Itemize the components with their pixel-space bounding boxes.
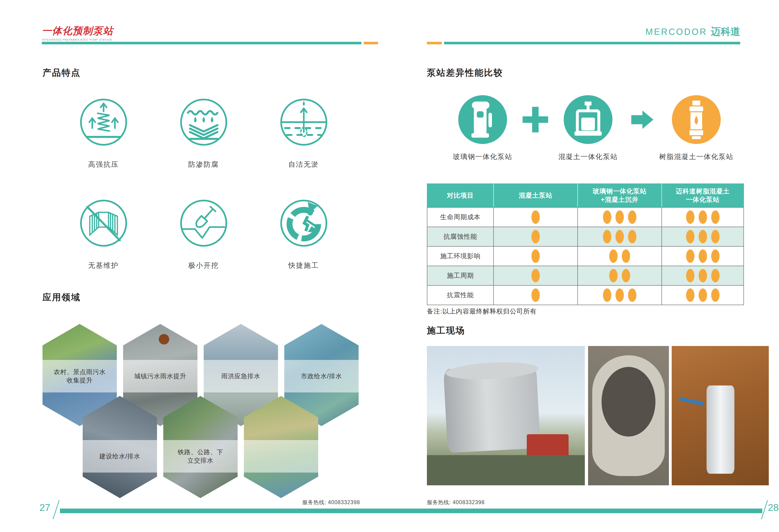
comparison-heading: 泵站差异性能比较 [427,67,503,79]
footer-bar [60,509,762,513]
rating-dot [531,249,540,263]
brand-name-cn: 迈科道 [711,25,740,38]
rating-dot [531,211,540,224]
rating-dot [699,249,707,263]
rating-cell [662,227,744,246]
feature-item: 快捷施工 [279,198,328,270]
rating-cell [578,246,662,266]
rating-dot [531,230,540,243]
rating-dot [603,288,611,302]
application-label: 市政给水/排水 [284,360,359,393]
formula-label: 混凝土一体化泵站 [539,152,637,162]
header-rule-left-accent [364,42,378,44]
rating-dot [628,230,637,243]
rating-cell [662,266,744,285]
rating-dot [686,269,695,282]
row-label: 施工环境影响 [427,246,493,266]
table-row: 施工周期 [427,266,744,285]
rating-cell [662,208,744,227]
feature-label: 自洁无淤 [289,160,319,168]
minimal-excavation-icon [179,198,228,248]
application-label: 铁路、公路、下 立交排水 [163,440,238,473]
formula-label: 树脂混凝土一体化泵站 [648,152,745,162]
plus-icon [523,107,548,133]
rating-dot [699,288,707,302]
rating-dot [699,269,707,282]
rating-dot [686,230,695,243]
rating-cell [578,208,662,227]
feature-item: 极小开挖 [179,198,228,270]
feature-item: 自洁无淤 [279,98,328,168]
application-label [244,440,318,473]
rating-cell [578,285,662,305]
site-heading: 施工现场 [427,324,465,337]
hotline-right: 服务热线: 4008332398 [427,499,485,506]
table-header-cell: 混凝土泵站 [493,184,578,208]
footer-slash-left [53,500,59,520]
table-header-cell: 迈科道树脂混凝土 一体化泵站 [662,184,744,208]
rating-cell [578,227,662,246]
quick-construction-icon [279,198,328,248]
rating-dot [686,211,695,224]
cylinder-opening-shape [602,367,655,436]
features-grid: 高强抗压 防渗防腐 [53,98,354,270]
row-label: 抗腐蚀性能 [427,227,493,246]
feature-item: 防渗防腐 [179,98,228,168]
rating-dot [711,249,720,263]
application-label: 城镇污水雨水提升 [123,360,197,393]
rating-dot [686,249,695,263]
application-hex-photo: 铁路、公路、下 立交排水 [163,396,238,498]
spring-compression-icon [79,98,128,147]
table-row: 施工环境影响 [427,246,744,266]
feature-label: 无基维护 [88,261,119,270]
pump-shell-shape [707,386,734,474]
table-row: 抗腐蚀性能 [427,227,744,246]
row-label: 抗震性能 [427,285,493,305]
feature-label: 防渗防腐 [188,160,219,168]
rating-dot [622,249,630,263]
rating-cell [662,285,744,305]
feature-label: 极小开挖 [188,261,219,270]
rating-dot [628,288,637,302]
brand-lockup: MERCODOR 迈科道 [646,25,740,38]
rating-dot [711,269,720,282]
construction-photo-excavation [672,346,769,485]
table-header-cell: 玻璃钢一体化泵站 +混凝土沉井 [578,184,662,208]
rating-dot [686,288,695,302]
application-label: 建设给水/排水 [83,440,157,473]
table-header-cell: 对比项目 [427,184,493,208]
rating-dot [622,269,630,282]
rating-cell [578,266,662,285]
rating-dot [711,211,720,224]
rating-dot [531,269,540,282]
rating-cell [493,285,578,305]
feature-label: 高强抗压 [88,160,119,168]
header-rule-right [444,42,740,44]
frp-pump-station-icon [458,95,507,144]
table-note: 备注:以上内容最终解释权归公司所有 [427,307,537,316]
rating-dot [615,211,624,224]
feature-label: 快捷施工 [289,261,319,270]
logo-subtitle: INTEGRATED PREFABRICATED PUMP STATION [42,38,113,41]
brand-name-en: MERCODOR [646,27,707,37]
blue-pipe-shape [679,397,705,406]
application-hex-photo: 建设给水/排水 [83,396,157,498]
table-row: 生命周期成本 [427,208,744,227]
features-heading: 产品特点 [43,67,80,79]
rating-dot [609,269,617,282]
row-label: 生命周期成本 [427,208,493,227]
ground-shape [427,455,585,485]
rating-cell [662,246,744,266]
company-logo: 一体化预制泵站 INTEGRATED PREFABRICATED PUMP ST… [42,24,113,41]
construction-photo-truck-cylinder [427,346,585,485]
application-label: 农村、景点雨污水 收集提升 [43,360,117,393]
resin-concrete-pump-station-icon [672,95,721,144]
rating-cell [493,246,578,266]
table-header-row: 对比项目 混凝土泵站 玻璃钢一体化泵站 +混凝土沉井 迈科道树脂混凝土 一体化泵… [427,184,744,208]
page-number-right: 28 [768,502,779,513]
header-rule-right-accent [427,42,442,44]
no-foundation-maintenance-icon [79,198,128,248]
header-rule-left [42,42,361,44]
rating-dot [615,230,624,243]
feature-item: 高强抗压 [79,98,128,168]
